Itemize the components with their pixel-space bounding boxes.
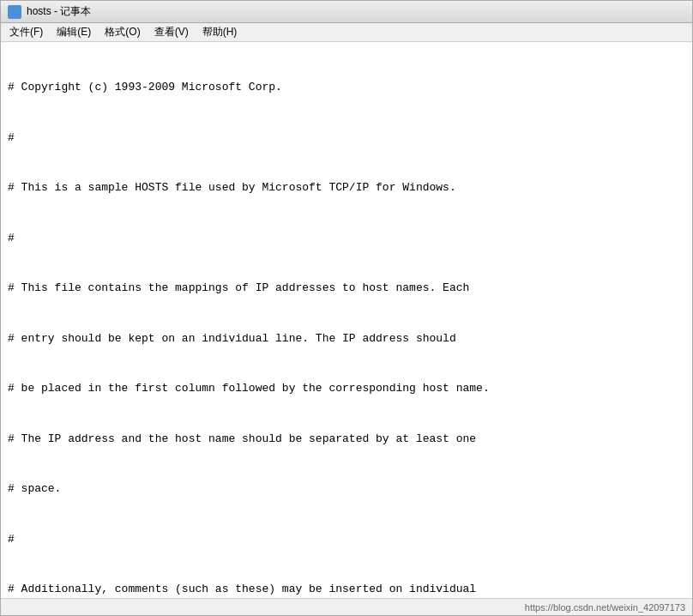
line-2: # <box>8 130 685 147</box>
window: hosts - 记事本 文件(F) 编辑(E) 格式(O) 查看(V) 帮助(H… <box>0 0 693 616</box>
menu-view[interactable]: 查看(V) <box>149 23 194 41</box>
content-area[interactable]: # Copyright (c) 1993-2009 Microsoft Corp… <box>1 42 692 598</box>
menu-edit[interactable]: 编辑(E) <box>51 23 96 41</box>
menu-file[interactable]: 文件(F) <box>4 23 48 41</box>
line-11: # Additionally, comments (such as these)… <box>8 581 685 598</box>
text-content: # Copyright (c) 1993-2009 Microsoft Corp… <box>8 45 685 598</box>
line-3: # This is a sample HOSTS file used by Mi… <box>8 179 685 196</box>
title-bar: hosts - 记事本 <box>1 1 692 23</box>
status-url: https://blog.csdn.net/weixin_42097173 <box>525 602 685 613</box>
window-title: hosts - 记事本 <box>27 4 91 19</box>
line-4: # <box>8 230 685 247</box>
line-1: # Copyright (c) 1993-2009 Microsoft Corp… <box>8 79 685 96</box>
line-7: # be placed in the first column followed… <box>8 380 685 397</box>
status-bar: https://blog.csdn.net/weixin_42097173 <box>1 598 692 615</box>
menu-help[interactable]: 帮助(H) <box>197 23 243 41</box>
menu-format[interactable]: 格式(O) <box>99 23 145 41</box>
line-10: # <box>8 531 685 548</box>
line-5: # This file contains the mappings of IP … <box>8 280 685 297</box>
line-9: # space. <box>8 480 685 498</box>
menu-bar: 文件(F) 编辑(E) 格式(O) 查看(V) 帮助(H) <box>1 23 692 42</box>
line-6: # entry should be kept on an individual … <box>8 330 685 347</box>
notepad-icon <box>8 5 21 19</box>
line-8: # The IP address and the host name shoul… <box>8 431 685 448</box>
